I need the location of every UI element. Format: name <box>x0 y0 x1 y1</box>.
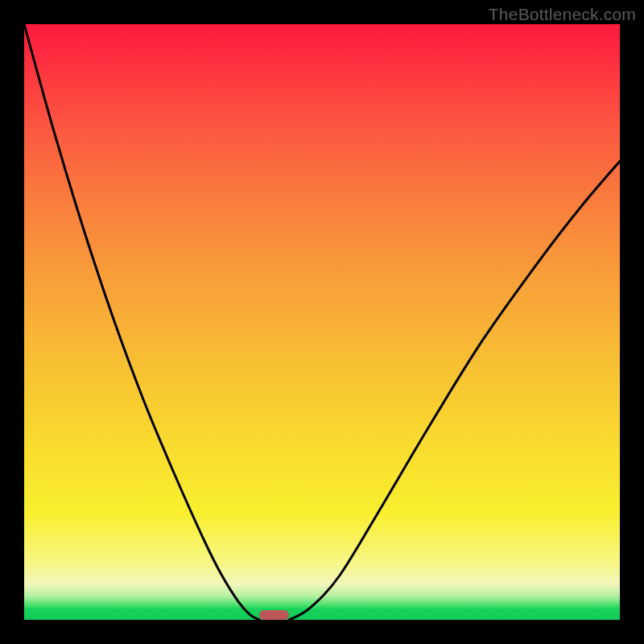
curve-left-branch <box>24 24 259 620</box>
frame: TheBottleneck.com <box>0 0 644 644</box>
bottleneck-curve <box>24 24 620 620</box>
plot-area <box>24 24 620 620</box>
watermark-text: TheBottleneck.com <box>489 5 636 24</box>
optimal-marker <box>259 610 289 620</box>
curve-right-branch <box>289 161 620 620</box>
